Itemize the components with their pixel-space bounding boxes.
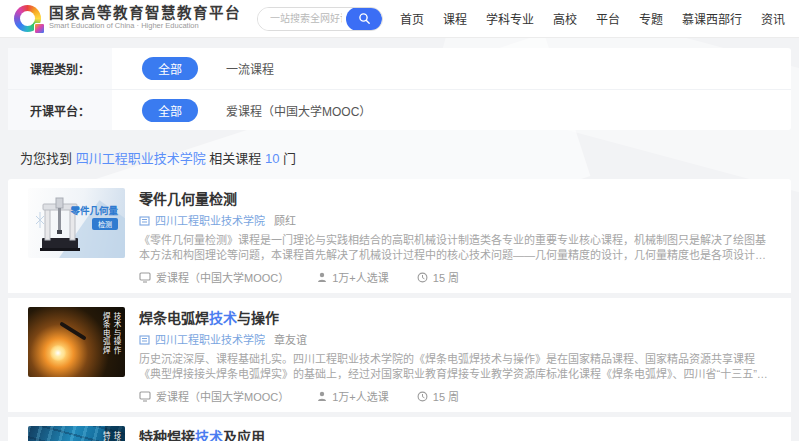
course-meta-row: 爱课程（中国大学MOOC） 1万+人选课 15 周 [139, 388, 775, 404]
filter-row-platform: 开课平台： 全部 爱课程（中国大学MOOC） [8, 89, 791, 130]
course-teacher: 章友谊 [274, 331, 307, 347]
page-title: 国家高等教育智慧教育平台 [49, 6, 241, 22]
person-icon [317, 391, 327, 402]
course-meta-row: 爱课程（中国大学MOOC） 1万+人选课 15 周 [139, 269, 775, 285]
nav-item-topics[interactable]: 专题 [639, 10, 663, 27]
main-nav: 首页 课程 学科专业 高校 平台 专题 慕课西部行 资讯 [400, 10, 785, 27]
filter-row-category: 课程类别： 全部 一流课程 [8, 48, 791, 89]
filter-option-first-class[interactable]: 一流课程 [226, 60, 274, 77]
filter-all-button[interactable]: 全部 [142, 57, 198, 80]
result-prefix: 为您找到 [20, 151, 72, 166]
result-suffix: 门 [283, 151, 296, 166]
clock-icon [417, 391, 428, 402]
course-enrollment: 1万+人选课 [317, 388, 389, 404]
thumbnail-title-text: 技术及应用 特种焊接 [99, 431, 121, 441]
course-duration: 15 周 [417, 388, 459, 404]
thumbnail-subtitle-text: 检测 [92, 218, 118, 230]
result-school-link[interactable]: 四川工程职业技术学院 [76, 151, 206, 166]
school-icon [139, 215, 150, 226]
course-title[interactable]: 零件几何量检测 [139, 188, 775, 208]
course-school-row: 四川工程职业技术学院 章友谊 [139, 331, 775, 347]
monitor-icon [139, 391, 151, 402]
thumb-decoration [50, 345, 66, 361]
page-subtitle: Smart Education of China · Higher Educat… [49, 22, 241, 30]
course-teacher: 顾红 [274, 212, 296, 228]
thumb-decoration [59, 321, 87, 340]
monitor-icon [139, 272, 151, 283]
course-thumbnail[interactable]: 技术与操作 焊条电弧焊 [28, 307, 125, 377]
course-description: 《零件几何量检测》课程是一门理论与实践相结合的高职机械设计制造类各专业的重要专业… [139, 233, 775, 263]
nav-item-mooc-west[interactable]: 慕课西部行 [682, 10, 742, 27]
nav-item-news[interactable]: 资讯 [761, 10, 785, 27]
filter-option-icourse[interactable]: 爱课程（中国大学MOOC） [226, 102, 371, 119]
course-title[interactable]: 特种焊接技术及应用 [139, 426, 775, 441]
result-count: 10 [265, 151, 279, 166]
filter-panel: 课程类别： 全部 一流课程 开课平台： 全部 爱课程（中国大学MOOC） [8, 48, 791, 130]
course-school-row: 四川工程职业技术学院 顾红 [139, 212, 775, 228]
nav-item-platform[interactable]: 平台 [596, 10, 620, 27]
filter-all-button[interactable]: 全部 [142, 99, 198, 122]
thumbnail-title-text: 零件几何量 [70, 203, 118, 217]
result-summary: 为您找到 四川工程职业技术学院 相关课程 10 门 [8, 148, 791, 167]
result-middle: 相关课程 [209, 151, 261, 166]
platform-logo[interactable] [14, 5, 41, 32]
logo-badge [34, 23, 45, 34]
nav-item-home[interactable]: 首页 [400, 10, 424, 27]
course-school-link[interactable]: 四川工程职业技术学院 [155, 331, 265, 347]
nav-item-subjects[interactable]: 学科专业 [486, 10, 534, 27]
search-icon [358, 12, 371, 25]
school-icon [139, 334, 150, 345]
course-card[interactable]: 技术及应用 特种焊接 特种焊接技术及应用 四川工程职业技术学院 杜东方 课程简介… [8, 412, 791, 441]
thumbnail-title-text: 技术与操作 焊条电弧焊 [99, 312, 121, 355]
search-input[interactable] [258, 8, 346, 30]
filter-label: 开课平台： [8, 90, 112, 130]
clock-icon [417, 272, 428, 283]
nav-item-courses[interactable]: 课程 [443, 10, 467, 27]
course-list: 零件几何量 检测 零件几何量检测 四川工程职业技术学院 顾红 《零件几何量检测》… [8, 179, 791, 441]
search-bar [257, 7, 383, 31]
top-header: 国家高等教育智慧教育平台 Smart Education of China · … [0, 0, 799, 38]
course-platform: 爱课程（中国大学MOOC） [139, 269, 289, 285]
course-thumbnail[interactable]: 零件几何量 检测 [28, 188, 125, 258]
course-school-link[interactable]: 四川工程职业技术学院 [155, 212, 265, 228]
course-platform: 爱课程（中国大学MOOC） [139, 388, 289, 404]
course-enrollment: 1万+人选课 [317, 269, 389, 285]
course-thumbnail[interactable]: 技术及应用 特种焊接 [28, 426, 125, 441]
brand-block: 国家高等教育智慧教育平台 Smart Education of China · … [49, 6, 241, 30]
course-card[interactable]: 技术与操作 焊条电弧焊 焊条电弧焊技术与操作 四川工程职业技术学院 章友谊 历史… [8, 293, 791, 412]
nav-item-universities[interactable]: 高校 [553, 10, 577, 27]
person-icon [317, 272, 327, 283]
course-duration: 15 周 [417, 269, 459, 285]
course-title[interactable]: 焊条电弧焊技术与操作 [139, 307, 775, 327]
course-card[interactable]: 零件几何量 检测 零件几何量检测 四川工程职业技术学院 顾红 《零件几何量检测》… [8, 179, 791, 293]
filter-label: 课程类别： [8, 48, 112, 89]
course-description: 历史沉淀深厚、课程基础扎实。四川工程职业技术学院的《焊条电弧焊技术与操作》是在国… [139, 352, 775, 382]
search-button[interactable] [346, 7, 382, 31]
